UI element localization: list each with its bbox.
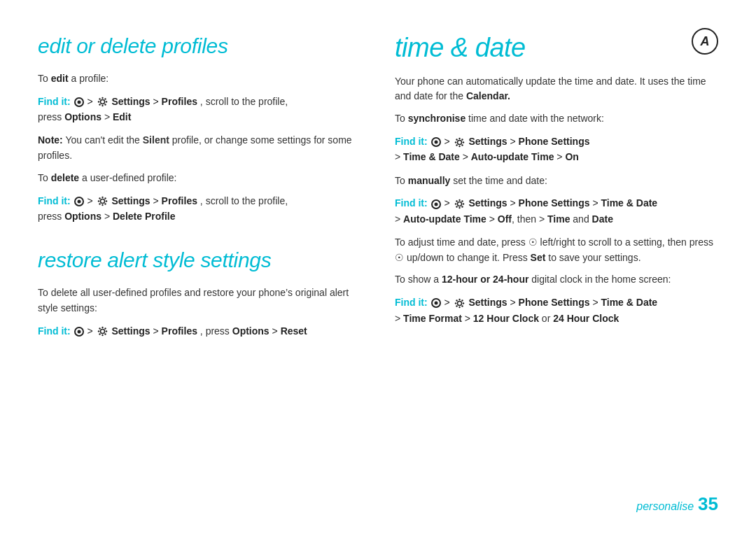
section-edit-delete: edit or delete profiles To edit a profil… xyxy=(38,34,361,232)
delete-bold: delete xyxy=(51,172,79,183)
svg-point-25 xyxy=(104,328,106,330)
svg-point-48 xyxy=(454,302,456,304)
svg-point-0 xyxy=(100,100,104,104)
svg-point-37 xyxy=(458,199,460,201)
right-column: time & date A Your phone can automatical… xyxy=(395,34,718,508)
svg-point-13 xyxy=(105,201,106,202)
restore-intro: To delete all user-defined profiles and … xyxy=(38,285,361,316)
svg-point-36 xyxy=(457,202,461,206)
svg-point-43 xyxy=(461,200,463,202)
svg-point-28 xyxy=(458,137,460,139)
findit-manual-label: Find it: xyxy=(395,197,428,209)
svg-point-46 xyxy=(458,299,460,300)
time-intro: Your phone can automatically update the … xyxy=(395,74,718,104)
svg-point-47 xyxy=(458,306,460,308)
findit2-row: Find it: > Settings xyxy=(38,193,361,209)
nav-center-icon xyxy=(74,97,84,107)
svg-point-39 xyxy=(454,203,456,204)
findit-sync-row1: Find it: > Settings xyxy=(395,134,718,149)
svg-point-42 xyxy=(461,206,463,207)
findit-sync-block: Find it: > Settings xyxy=(395,134,718,165)
svg-point-44 xyxy=(456,206,457,207)
settings-icon4 xyxy=(454,137,465,148)
a-badge: A xyxy=(692,28,718,55)
svg-point-29 xyxy=(458,145,460,146)
note-block: Note: You can't edit the Silent profile,… xyxy=(38,133,361,163)
svg-point-30 xyxy=(454,141,456,143)
left-column: edit or delete profiles To edit a profil… xyxy=(38,34,361,508)
findit2-block: Find it: > Settings xyxy=(38,193,361,225)
svg-point-20 xyxy=(102,334,103,336)
sync-intro: To synchronise time and date with the ne… xyxy=(395,111,718,127)
svg-point-31 xyxy=(462,141,463,143)
svg-point-17 xyxy=(99,204,100,205)
section-restore: restore alert style settings To delete a… xyxy=(38,248,361,347)
section-time-title: time & date xyxy=(395,34,526,63)
findit1-line2: press Options > Edit xyxy=(38,109,361,125)
section-edit-title: edit or delete profiles xyxy=(38,34,361,59)
nav-center-icon4 xyxy=(431,137,441,147)
svg-point-9 xyxy=(100,199,104,204)
settings-icon2 xyxy=(97,196,108,206)
svg-point-1 xyxy=(102,97,103,99)
svg-point-24 xyxy=(104,334,106,335)
svg-point-22 xyxy=(105,331,106,332)
findit3-row: Find it: > Settings xyxy=(38,323,361,339)
settings-icon6 xyxy=(454,298,465,309)
findit-manual-block: Find it: > Settings xyxy=(395,195,718,227)
svg-point-34 xyxy=(461,139,463,140)
edit-intro: To edit a profile: xyxy=(38,71,361,87)
svg-point-53 xyxy=(456,305,457,306)
findit1-label: Find it: xyxy=(38,96,71,107)
svg-point-6 xyxy=(104,104,106,106)
footer: personalise 35 xyxy=(636,493,718,515)
svg-point-23 xyxy=(99,328,100,330)
svg-point-12 xyxy=(97,201,99,202)
adjust-text: To adjust time and date, press ☉ left/ri… xyxy=(395,235,718,265)
findit-clock-row1: Find it: > Settings xyxy=(395,295,718,310)
footer-page-number: 35 xyxy=(698,493,718,515)
manual-intro: To manually set the time and date: xyxy=(395,174,718,189)
findit-sync-label: Find it: xyxy=(395,136,428,147)
findit3-label: Find it: xyxy=(38,325,71,337)
settings-icon3 xyxy=(97,326,108,337)
findit-clock-block: Find it: > Settings xyxy=(395,295,718,326)
findit-sync-row2: > Time & Date > Auto-update Time > On xyxy=(395,149,718,164)
section-restore-title: restore alert style settings xyxy=(38,248,361,273)
svg-point-52 xyxy=(461,299,463,301)
footer-label: personalise xyxy=(636,500,694,513)
delete-intro: To delete a user-defined profile: xyxy=(38,171,361,186)
svg-point-18 xyxy=(100,330,104,334)
findit3-block: Find it: > Settings xyxy=(38,323,361,339)
nav-center-icon5 xyxy=(431,199,441,209)
svg-point-26 xyxy=(99,334,100,335)
svg-point-19 xyxy=(102,327,103,328)
svg-point-45 xyxy=(457,301,461,305)
settings-icon5 xyxy=(454,199,465,209)
svg-point-51 xyxy=(461,305,463,306)
findit-clock-row2: > Time Format > 12 Hour Clock or 24 Hour… xyxy=(395,311,718,326)
svg-point-38 xyxy=(458,207,460,209)
svg-point-35 xyxy=(456,144,457,146)
svg-point-32 xyxy=(456,139,457,140)
svg-point-21 xyxy=(97,331,99,332)
svg-point-11 xyxy=(102,204,103,206)
svg-point-10 xyxy=(102,197,103,198)
svg-point-49 xyxy=(462,302,463,304)
svg-point-5 xyxy=(99,99,100,100)
svg-point-50 xyxy=(456,299,457,301)
svg-point-7 xyxy=(104,99,106,100)
nav-center-icon3 xyxy=(74,327,84,337)
findit-manual-row1: Find it: > Settings xyxy=(395,195,718,211)
svg-point-8 xyxy=(99,104,100,106)
svg-point-14 xyxy=(99,198,100,199)
svg-point-40 xyxy=(462,203,463,204)
nav-center-icon2 xyxy=(74,197,84,206)
findit2-label: Find it: xyxy=(38,195,71,206)
findit1-row: Find it: > Settings xyxy=(38,94,361,109)
svg-point-27 xyxy=(457,140,461,144)
clock-text: To show a 12-hour or 24-hour digital clo… xyxy=(395,272,718,288)
edit-bold: edit xyxy=(51,73,69,84)
svg-point-15 xyxy=(104,204,106,205)
svg-point-41 xyxy=(456,200,457,202)
